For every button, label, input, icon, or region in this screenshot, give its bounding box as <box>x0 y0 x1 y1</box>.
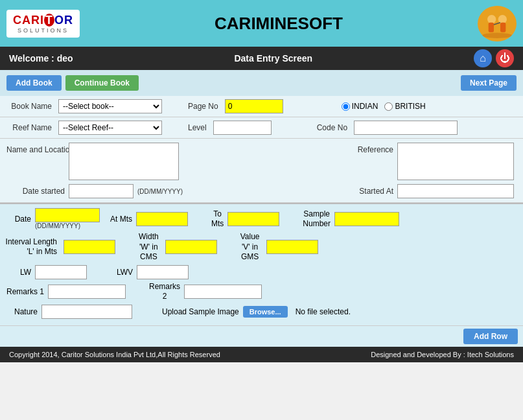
date-hint: (DD/MM/YYYY) <box>35 222 80 229</box>
logo-graphic <box>481 7 513 40</box>
data-row-3: LW LWV <box>5 265 518 279</box>
reference-input[interactable] <box>397 143 514 180</box>
home-icon[interactable]: ⌂ <box>474 49 492 67</box>
header: CARITOR SOLUTIONS CARIMINESOFT <box>0 0 523 47</box>
page-no-input[interactable] <box>225 99 283 113</box>
date-started-input[interactable] <box>69 184 134 198</box>
width-label: Width'W' inCMS <box>139 232 159 262</box>
svg-rect-3 <box>489 23 494 32</box>
interval-length-input[interactable] <box>64 240 115 254</box>
british-radio-label[interactable]: BRITISH <box>384 102 425 111</box>
reef-name-label: Reef Name <box>6 123 52 132</box>
svg-point-0 <box>482 33 513 38</box>
reference-label: Reference <box>358 143 393 154</box>
value-input[interactable] <box>266 240 318 254</box>
svg-point-1 <box>487 15 496 23</box>
lwv-label: LWV <box>117 268 133 277</box>
svg-line-5 <box>494 23 500 25</box>
nature-input[interactable] <box>41 305 132 319</box>
value-label: Value'V' inGMS <box>240 232 260 262</box>
date-started-label: Date started <box>6 187 65 196</box>
remarks2-label: Remarks2 <box>149 282 180 302</box>
region-radio-group: INDIAN BRITISH <box>342 102 426 111</box>
add-row-bar: Add Row <box>0 325 523 347</box>
designed-by-text: Designed and Developed By : Itech Soluti… <box>371 351 514 358</box>
started-at-label: Started At <box>359 187 393 196</box>
sample-number-input[interactable] <box>334 212 399 226</box>
logo-text: CARITOR <box>13 14 73 27</box>
upload-label: Upload Sample Image <box>162 307 239 316</box>
screen-title: Data Entry Screen <box>73 53 474 64</box>
continue-book-button[interactable]: Continue Book <box>65 75 139 91</box>
name-location-input[interactable] <box>69 143 179 180</box>
next-page-button[interactable]: Next Page <box>461 75 517 91</box>
book-name-select[interactable]: --Select book-- <box>58 99 162 113</box>
level-label: Level <box>188 123 207 132</box>
at-mts-input[interactable] <box>136 212 188 226</box>
date-started-hint: (DD/MM/YYYY) <box>137 188 183 195</box>
date-input[interactable] <box>35 208 100 222</box>
date-label: Date <box>5 215 31 224</box>
book-name-row: Book Name --Select book-- Page No INDIAN… <box>0 96 523 117</box>
toolbar: Add Book Continue Book Next Page <box>0 70 523 96</box>
toolbar-left: Add Book Continue Book <box>6 75 139 91</box>
page-no-label: Page No <box>188 102 218 111</box>
remarks1-input[interactable] <box>48 285 126 299</box>
data-entry-section: Date (DD/MM/YYYY) At Mts ToMts SampleNum… <box>0 203 523 325</box>
app-title: CARIMINESOFT <box>80 14 478 34</box>
header-logo-icon <box>478 6 517 41</box>
remarks1-label: Remarks 1 <box>5 287 44 296</box>
name-location-section: Name and Location Reference Date started… <box>0 139 523 203</box>
level-input[interactable] <box>213 121 272 135</box>
power-icon[interactable]: ⏻ <box>496 49 514 67</box>
welcome-text: Welcome : deo <box>9 53 73 64</box>
name-location-label: Name and Location <box>6 143 65 154</box>
started-at-input[interactable] <box>397 184 514 198</box>
to-mts-label: ToMts <box>211 209 224 228</box>
reef-name-select[interactable]: --Select Reef-- <box>58 121 162 135</box>
indian-radio-label[interactable]: INDIAN <box>342 102 378 111</box>
logo-subtitle: SOLUTIONS <box>17 27 69 34</box>
logo: CARITOR SOLUTIONS <box>6 10 80 38</box>
data-row-1: Date (DD/MM/YYYY) At Mts ToMts SampleNum… <box>5 208 518 229</box>
lwv-input[interactable] <box>137 265 189 279</box>
no-file-text: No file selected. <box>296 307 351 316</box>
code-no-label: Code No <box>317 123 347 132</box>
svg-rect-4 <box>500 23 506 32</box>
indian-radio[interactable] <box>342 102 350 111</box>
book-name-label: Book Name <box>6 102 52 111</box>
interval-length-label: Interval Length'L' in Mts <box>5 237 57 257</box>
data-row-2: Interval Length'L' in Mts Width'W' inCMS… <box>5 232 518 262</box>
browse-button[interactable]: Browse... <box>243 306 288 318</box>
welcome-bar: Welcome : deo Data Entry Screen ⌂ ⏻ <box>0 47 523 70</box>
to-mts-input[interactable] <box>227 212 279 226</box>
remarks2-input[interactable] <box>184 285 262 299</box>
width-input[interactable] <box>165 240 217 254</box>
code-no-input[interactable] <box>354 121 458 135</box>
add-book-button[interactable]: Add Book <box>6 75 62 91</box>
reef-name-row: Reef Name --Select Reef-- Level Code No <box>0 117 523 139</box>
british-radio[interactable] <box>384 102 393 111</box>
copyright-text: Copyright 2014, Caritor Solutions India … <box>9 351 220 358</box>
data-row-4: Remarks 1 Remarks2 <box>5 282 518 302</box>
lw-input[interactable] <box>35 265 87 279</box>
at-mts-label: At Mts <box>110 215 132 224</box>
add-row-button[interactable]: Add Row <box>463 329 518 344</box>
footer: Copyright 2014, Caritor Solutions India … <box>0 347 523 362</box>
data-row-5: Nature Upload Sample Image Browse... No … <box>5 305 518 319</box>
lw-label: LW <box>5 268 31 277</box>
nature-label: Nature <box>5 307 38 316</box>
nav-icons: ⌂ ⏻ <box>474 49 514 67</box>
sample-number-label: SampleNumber <box>303 209 331 228</box>
